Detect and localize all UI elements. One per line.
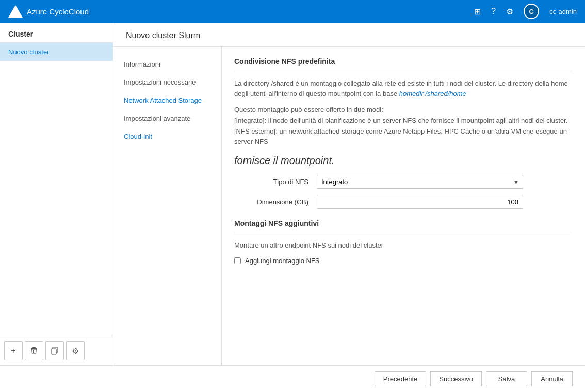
avatar[interactable]: C [524, 4, 539, 19]
size-input[interactable] [317, 195, 523, 209]
steps-nav: Informazioni Impostazioni necessarie Net… [113, 47, 222, 365]
save-button[interactable]: Salva [486, 371, 527, 386]
add-nfs-mount-row: Aggiungi montaggio NFS [234, 257, 573, 265]
trash-icon [30, 347, 38, 355]
footer: Precedente Successivo Salva Annulla [0, 365, 585, 392]
form-content: Condivisione NFS predefinita La director… [222, 47, 585, 365]
main-layout: Cluster Nuovo cluster + ⚙ [0, 23, 585, 365]
content-area: Nuovo cluster Slurm Informazioni Imposta… [113, 23, 585, 365]
header-logo: Azure CycleCloud [8, 5, 474, 18]
size-control [317, 195, 523, 209]
sidebar-item-nuovo-cluster[interactable]: Nuovo cluster [0, 43, 113, 61]
next-button[interactable]: Successivo [430, 371, 482, 386]
sidebar-item-label: Nuovo cluster [8, 48, 49, 56]
delete-button[interactable] [25, 341, 43, 360]
step-impostazioni-avanzate[interactable]: Impostazioni avanzate [113, 109, 221, 127]
sidebar-actions: + ⚙ [0, 336, 113, 365]
sidebar-section-title: Cluster [0, 23, 113, 43]
step-impostazioni-necessarie[interactable]: Impostazioni necessarie [113, 73, 221, 91]
step-cloud-init[interactable]: Cloud-init [113, 127, 221, 145]
large-italic-text: fornisce il mountpoint. [234, 155, 573, 167]
sidebar: Cluster Nuovo cluster + ⚙ [0, 23, 113, 365]
nfs-type-row: Tipo di NFS IntegratoNFS esterno ▼ [234, 175, 573, 189]
header: Azure CycleCloud ⊞ ? ⚙ C cc-admin [0, 0, 585, 23]
content-body: Informazioni Impostazioni necessarie Net… [113, 47, 585, 365]
svg-rect-5 [52, 349, 56, 354]
section2-title: Montaggi NFS aggiuntivi [234, 219, 573, 233]
section2-desc: Montare un altro endpoint NFS sui nodi d… [234, 240, 573, 251]
section1-desc: La directory /shared è un montaggio coll… [234, 78, 573, 99]
grid-icon[interactable]: ⊞ [474, 7, 481, 17]
cancel-button[interactable]: Annulla [531, 371, 573, 386]
size-label: Dimensione (GB) [234, 198, 317, 206]
svg-rect-1 [31, 348, 37, 349]
section1-title: Condivisione NFS predefinita [234, 57, 573, 71]
azure-logo-icon [8, 5, 23, 18]
username-label: cc-admin [549, 8, 577, 15]
homedir-link[interactable]: homedir /shared/home [399, 90, 466, 97]
settings-icon[interactable]: ⚙ [506, 7, 513, 17]
app-title: Azure CycleCloud [27, 7, 89, 16]
configure-button[interactable]: ⚙ [66, 341, 85, 360]
prev-button[interactable]: Precedente [375, 371, 427, 386]
copy-button[interactable] [45, 341, 64, 360]
step-informazioni[interactable]: Informazioni [113, 55, 221, 73]
add-nfs-label[interactable]: Aggiungi montaggio NFS [245, 257, 320, 265]
add-nfs-checkbox[interactable] [234, 257, 241, 264]
header-actions: ⊞ ? ⚙ C cc-admin [474, 4, 577, 19]
nfs-type-label: Tipo di NFS [234, 178, 317, 186]
add-button[interactable]: + [4, 341, 23, 360]
svg-rect-0 [32, 347, 36, 348]
page-title: Nuovo cluster Slurm [113, 23, 585, 47]
nfs-type-control: IntegratoNFS esterno ▼ [317, 175, 523, 189]
info-block: Questo montaggio può essere offerto in d… [234, 105, 573, 148]
copy-icon [51, 347, 59, 355]
nfs-type-select[interactable]: IntegratoNFS esterno [317, 175, 523, 189]
size-row: Dimensione (GB) [234, 195, 573, 209]
step-network-attached-storage[interactable]: Network Attached Storage [113, 91, 221, 109]
help-icon[interactable]: ? [491, 7, 496, 16]
